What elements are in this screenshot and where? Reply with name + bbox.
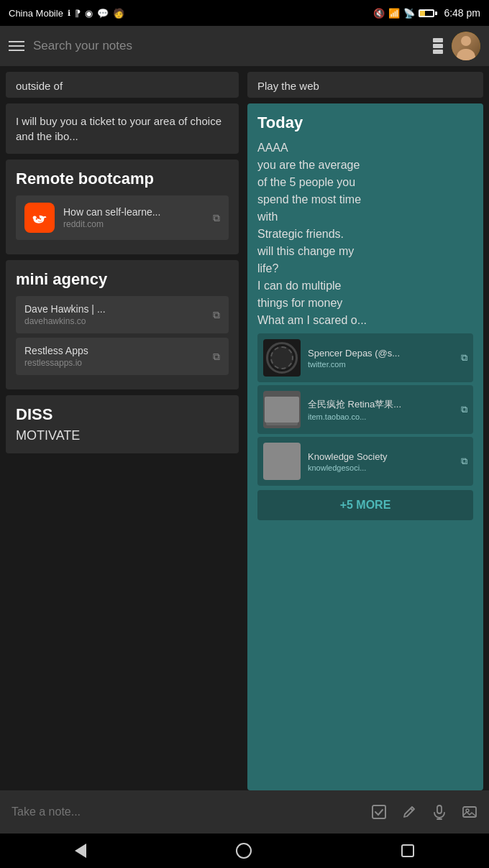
dave-hawkins-domain: davehawkins.co xyxy=(24,316,204,326)
search-input[interactable] xyxy=(33,39,424,53)
taobao-link-text: 全民疯抢 Retina苹果... item.taobao.co... xyxy=(308,398,454,421)
recents-button[interactable] xyxy=(384,839,431,863)
restless-apps-domain: restlessapps.io xyxy=(24,358,204,368)
user-icon: 🧑 xyxy=(113,8,124,19)
back-button[interactable] xyxy=(58,838,104,864)
knowledge-title: Knowledge Society xyxy=(308,451,454,462)
wechat-icon: ⁋ xyxy=(75,8,81,19)
knowledge-domain: knowledgesoci... xyxy=(308,463,454,472)
home-icon xyxy=(236,843,252,859)
svg-rect-1 xyxy=(373,805,385,818)
oreo-cookie-image xyxy=(266,342,298,374)
outside-card[interactable]: outside of xyxy=(6,72,239,98)
status-right: 🔇 📶 📡 6:48 pm xyxy=(373,7,480,19)
restless-apps-info: Restless Apps restlessapps.io xyxy=(24,345,204,368)
taobao-domain: item.taobao.co... xyxy=(308,412,454,421)
time-display: 6:48 pm xyxy=(444,7,480,19)
search-input-wrapper[interactable] xyxy=(33,39,424,53)
take-note-input[interactable] xyxy=(12,805,371,818)
right-column: Play the web Today AAAAyou are the avera… xyxy=(244,66,489,790)
status-bar: China Mobile ℹ ⁋ ◉ 💬 🧑 🔇 📶 📡 6:48 pm xyxy=(0,0,489,26)
reddit-link-item[interactable]: How can self-learne... reddit.com ⧉ xyxy=(16,195,229,240)
knowledge-thumbnail xyxy=(263,443,301,480)
diss-title: DISS xyxy=(16,405,229,424)
knowledge-link-item[interactable]: Knowledge Society knowledgesoci... ⧉ xyxy=(257,437,473,486)
layout-toggle-icon[interactable] xyxy=(433,38,443,54)
wifi-icon: 📶 xyxy=(388,8,400,19)
avatar-image xyxy=(452,32,480,60)
hamburger-menu-icon[interactable] xyxy=(9,41,24,51)
more-button[interactable]: +5 MORE xyxy=(257,490,473,520)
bottom-toolbar xyxy=(0,790,489,834)
twitter-domain: twitter.com xyxy=(308,360,454,369)
svg-rect-5 xyxy=(463,807,476,817)
ticket-card[interactable]: I will buy you a ticket to your area of … xyxy=(6,103,239,154)
mini-agency-card[interactable]: mini agency Dave Hawkins | ... davehawki… xyxy=(6,260,239,389)
diss-card[interactable]: DISS MOTIVATE xyxy=(6,395,239,453)
carrier-text: China Mobile xyxy=(9,8,63,19)
search-bar xyxy=(0,26,489,66)
knowledge-link-text: Knowledge Society knowledgesoci... xyxy=(308,451,454,472)
user-avatar[interactable] xyxy=(452,32,480,60)
restless-apps-title: Restless Apps xyxy=(24,345,204,356)
outside-card-text: outside of xyxy=(16,80,63,92)
dave-hawkins-title: Dave Hawkins | ... xyxy=(24,303,204,315)
left-column: outside of I will buy you a ticket to yo… xyxy=(0,66,244,790)
ticket-card-text: I will buy you a ticket to your area of … xyxy=(16,115,221,142)
pen-icon[interactable] xyxy=(401,804,417,820)
play-web-text: Play the web xyxy=(257,80,319,92)
dave-hawkins-link[interactable]: Dave Hawkins | ... davehawkins.co ⧉ xyxy=(16,296,229,333)
knowledge-external-icon: ⧉ xyxy=(461,456,467,467)
nav-bar xyxy=(0,834,489,868)
carrier-icon: ℹ xyxy=(68,9,70,18)
reddit-link-title: How can self-learne... xyxy=(63,206,204,218)
reddit-link-domain: reddit.com xyxy=(63,219,204,229)
battery-icon xyxy=(419,9,437,17)
twitter-external-icon: ⧉ xyxy=(461,352,467,364)
bootcamp-title: Remote bootcamp xyxy=(16,170,229,188)
today-card[interactable]: Today AAAAyou are the averageof the 5 pe… xyxy=(247,103,483,790)
restless-apps-link[interactable]: Restless Apps restlessapps.io ⧉ xyxy=(16,338,229,375)
mute-icon: 🔇 xyxy=(373,8,385,19)
taobao-link-item[interactable]: 全民疯抢 Retina苹果... item.taobao.co... ⧉ xyxy=(257,385,473,434)
svg-point-0 xyxy=(29,208,50,228)
twitter-link-item[interactable]: Spencer Depas (@s... twitter.com ⧉ xyxy=(257,333,473,382)
external-link-icon: ⧉ xyxy=(213,212,220,224)
taobao-title: 全民疯抢 Retina苹果... xyxy=(308,398,454,411)
twitter-title: Spencer Depas (@s... xyxy=(308,348,454,359)
today-title: Today xyxy=(257,114,473,132)
svg-rect-2 xyxy=(437,805,442,813)
messages-icon: ◉ xyxy=(85,8,93,19)
checkbox-icon[interactable] xyxy=(371,804,387,820)
play-web-card[interactable]: Play the web xyxy=(247,72,483,98)
dave-external-icon: ⧉ xyxy=(213,309,220,321)
twitter-thumbnail xyxy=(263,339,301,377)
bootcamp-card[interactable]: Remote bootcamp How can self-learne... r… xyxy=(6,160,239,254)
home-button[interactable] xyxy=(219,837,269,864)
laptop-image xyxy=(265,397,299,423)
mini-agency-title: mini agency xyxy=(16,270,229,289)
signal-icon: 📡 xyxy=(403,8,415,19)
recents-icon xyxy=(401,844,414,857)
back-icon xyxy=(75,844,86,858)
mic-icon[interactable] xyxy=(431,804,447,820)
taobao-external-icon: ⧉ xyxy=(461,404,467,415)
reddit-logo-icon xyxy=(24,203,55,233)
dave-hawkins-info: Dave Hawkins | ... davehawkins.co xyxy=(24,303,204,326)
today-content: AAAAyou are the averageof the 5 people y… xyxy=(257,139,473,329)
motivate-text: MOTIVATE xyxy=(16,428,229,443)
reddit-link-info: How can self-learne... reddit.com xyxy=(63,206,204,229)
restless-external-icon: ⧉ xyxy=(213,351,220,363)
twitter-link-text: Spencer Depas (@s... twitter.com xyxy=(308,348,454,369)
taobao-thumbnail xyxy=(263,391,301,428)
image-icon[interactable] xyxy=(462,804,477,820)
chat-icon: 💬 xyxy=(97,8,109,19)
main-content: outside of I will buy you a ticket to yo… xyxy=(0,66,489,790)
today-text: AAAAyou are the averageof the 5 people y… xyxy=(257,142,367,326)
toolbar-icons xyxy=(371,804,477,820)
status-left: China Mobile ℹ ⁋ ◉ 💬 🧑 xyxy=(9,8,124,19)
